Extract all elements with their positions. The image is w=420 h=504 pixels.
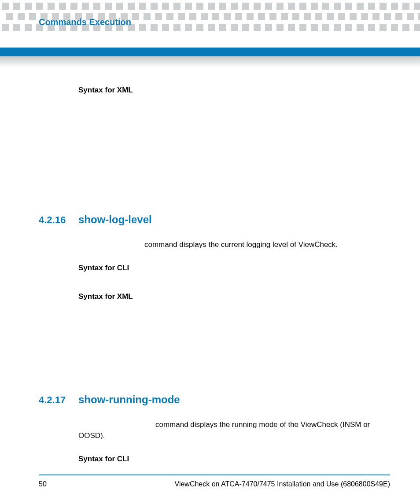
section-title: show-log-level — [78, 213, 152, 226]
content-area: Syntax for XML 4.2.16 show-log-level com… — [39, 73, 389, 464]
section-4-2-17-description-line1: command displays the running mode of the… — [78, 419, 389, 430]
header-grey-strip — [0, 56, 420, 68]
section-title: show-running-mode — [78, 394, 180, 406]
chapter-title: Commands Execution — [39, 18, 131, 26]
section-4-2-17-heading: 4.2.17 show-running-mode — [39, 394, 389, 406]
header-blue-bar — [0, 48, 420, 56]
section-4-2-16-heading: 4.2.16 show-log-level — [39, 213, 389, 226]
syntax-xml-label-4216: Syntax for XML — [78, 292, 389, 301]
section-number: 4.2.16 — [39, 214, 69, 226]
page-footer: 50 ViewCheck on ATCA-7470/7475 Installat… — [39, 480, 390, 488]
syntax-cli-label-4216: Syntax for CLI — [78, 264, 389, 272]
section-4-2-16-description: command displays the current logging lev… — [78, 239, 389, 250]
section-4-2-17-description-line2: OOSD). — [78, 430, 389, 441]
footer-divider — [39, 475, 390, 475]
decorative-dots-row-1 — [2, 3, 420, 10]
page-number: 50 — [39, 480, 47, 488]
doc-title-footer: ViewCheck on ATCA-7470/7475 Installation… — [175, 480, 391, 488]
page: Commands Execution Syntax for XML 4.2.16… — [0, 0, 420, 504]
section-number: 4.2.17 — [39, 394, 69, 406]
syntax-cli-label-4217: Syntax for CLI — [78, 455, 389, 464]
syntax-xml-label-top: Syntax for XML — [78, 86, 389, 95]
